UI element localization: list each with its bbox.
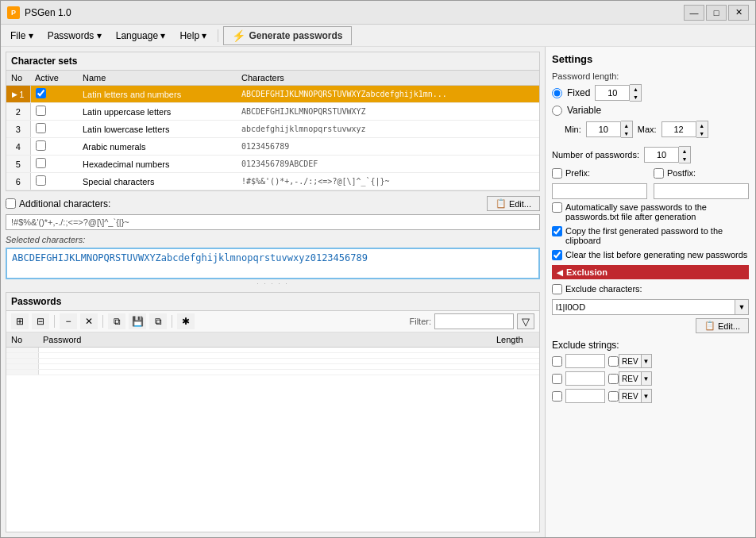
additional-chars-label: Additional characters: — [6, 198, 110, 209]
max-label: Max: — [638, 125, 657, 134]
prefix-checkbox[interactable] — [552, 168, 562, 179]
fixed-value-input[interactable] — [595, 85, 630, 101]
additional-chars-edit-button[interactable]: 📋 Edit... — [487, 196, 540, 211]
exclude-string-3-rev-checkbox[interactable] — [608, 391, 619, 402]
max-spin-down[interactable]: ▼ — [696, 129, 708, 137]
char-row-active[interactable] — [30, 138, 78, 156]
char-table-row[interactable]: ▶1Latin letters and numbersABCDEFGHIJKLM… — [6, 86, 539, 103]
exclude-string-3-rev-dropdown[interactable]: ▼ — [641, 389, 652, 403]
char-active-checkbox[interactable] — [36, 140, 46, 151]
fixed-row: Fixed ▲ ▼ — [552, 84, 749, 102]
exclude-chars-label: Exclude characters: — [565, 284, 642, 294]
fixed-spin-down[interactable]: ▼ — [630, 93, 641, 101]
num-spin-down[interactable]: ▼ — [679, 155, 690, 163]
menu-language[interactable]: Language ▾ — [110, 28, 172, 44]
asterisk-button[interactable]: ✱ — [177, 313, 195, 329]
min-spin-up[interactable]: ▲ — [621, 121, 632, 129]
list-view-button[interactable]: ⊟ — [32, 313, 49, 329]
exclude-string-2-rev-checkbox[interactable] — [608, 374, 619, 384]
char-row-active[interactable] — [30, 103, 78, 121]
char-active-checkbox[interactable] — [36, 106, 46, 116]
char-active-checkbox[interactable] — [36, 123, 46, 133]
char-active-checkbox[interactable] — [36, 88, 46, 98]
char-row-active[interactable] — [30, 173, 78, 190]
menu-help[interactable]: Help ▾ — [173, 28, 213, 44]
char-table-row[interactable]: 6Special characters!#$%&'()*+,-./:;<=>?@… — [6, 173, 539, 190]
postfix-checkbox[interactable] — [654, 168, 664, 179]
generate-label: Generate passwords — [249, 30, 342, 41]
char-table-row[interactable]: 4Arabic numerals0123456789 — [6, 138, 539, 156]
save-button[interactable]: 💾 — [129, 313, 146, 329]
password-length-group: Password length: Fixed ▲ ▼ — [552, 71, 749, 138]
exclude-string-3-input[interactable] — [565, 389, 605, 403]
delete-button[interactable]: ✕ — [80, 313, 98, 329]
main-content: Character sets No Active Name Characters… — [1, 47, 755, 537]
char-row-no: 4 — [6, 138, 30, 156]
exclude-chars-checkbox[interactable] — [552, 284, 562, 294]
exclude-string-2-checkbox[interactable] — [552, 374, 562, 384]
clear-list-row: Clear the list before generating new pas… — [552, 250, 749, 260]
copy-first-checkbox[interactable] — [552, 226, 562, 236]
filter-input[interactable] — [434, 313, 514, 329]
fixed-spinbox-wrapper: ▲ ▼ — [595, 84, 642, 102]
char-row-active[interactable] — [30, 121, 78, 138]
exclude-string-2-rev-dropdown[interactable]: ▼ — [641, 371, 652, 386]
num-passwords-input[interactable] — [644, 147, 679, 163]
exclude-chars-dropdown-wrapper: ▼ — [552, 299, 749, 315]
min-value-input[interactable] — [586, 121, 621, 137]
prefix-input[interactable] — [552, 183, 647, 199]
copy2-button[interactable]: ⧉ — [149, 313, 167, 329]
exclude-string-1-input[interactable] — [565, 354, 605, 368]
generate-passwords-button[interactable]: ⚡ Generate passwords — [223, 26, 351, 45]
fixed-spin-up[interactable]: ▲ — [630, 85, 641, 93]
remove-button[interactable]: − — [60, 313, 77, 329]
title-bar-left: P PSGen 1.0 — [7, 6, 71, 19]
minimize-button[interactable]: — — [684, 5, 704, 21]
char-table-row[interactable]: 2Latin uppercase lettersABCDEFGHIJKLMNOP… — [6, 103, 539, 121]
exclude-chars-dropdown-button[interactable]: ▼ — [735, 299, 749, 315]
filter-button[interactable]: ▽ — [517, 313, 534, 329]
exclude-chars-input[interactable] — [552, 299, 735, 315]
exclude-chars-edit-button[interactable]: 📋 Edit... — [696, 318, 749, 333]
title-bar: P PSGen 1.0 — □ ✕ — [1, 1, 755, 25]
exclude-string-1-rev-dropdown[interactable]: ▼ — [641, 354, 652, 368]
char-row-active[interactable] — [30, 156, 78, 173]
char-table-row[interactable]: 3Latin lowercase lettersabcdefghijklmnop… — [6, 121, 539, 138]
num-spin-up[interactable]: ▲ — [679, 147, 690, 155]
close-button[interactable]: ✕ — [728, 5, 749, 21]
title-buttons: — □ ✕ — [684, 5, 749, 21]
min-spin-buttons: ▲ ▼ — [621, 121, 633, 138]
char-active-checkbox[interactable] — [36, 175, 46, 186]
exclude-string-1-checkbox[interactable] — [552, 356, 562, 367]
min-spin-down[interactable]: ▼ — [621, 129, 632, 137]
copy-button[interactable]: ⧉ — [108, 313, 125, 329]
postfix-input[interactable] — [654, 183, 749, 199]
menu-file[interactable]: File ▾ — [4, 28, 40, 44]
prefix-postfix-row: Prefix: Postfix: — [552, 168, 749, 199]
max-value-input[interactable] — [662, 121, 696, 137]
additional-chars-checkbox[interactable] — [6, 198, 16, 209]
auto-save-checkbox[interactable] — [552, 202, 562, 213]
left-panel: Character sets No Active Name Characters… — [1, 47, 545, 537]
exclude-string-2-input[interactable] — [565, 371, 605, 386]
exclude-string-3-rev-wrapper: REV ▼ — [608, 389, 652, 403]
char-sets-table: No Active Name Characters ▶1Latin letter… — [6, 71, 539, 190]
char-active-checkbox[interactable] — [36, 158, 46, 168]
fixed-radio[interactable] — [552, 88, 562, 98]
auto-save-row: Automatically save passwords to the pass… — [552, 202, 749, 221]
prefix-checkbox-row: Prefix: — [552, 168, 647, 179]
char-table-row[interactable]: 5Hexadecimal numbers0123456789ABCDEF — [6, 156, 539, 173]
exclude-string-3-checkbox[interactable] — [552, 391, 562, 402]
exclude-string-1-rev-checkbox[interactable] — [608, 356, 619, 367]
main-window: P PSGen 1.0 — □ ✕ File ▾ Passwords ▾ Lan… — [0, 0, 756, 538]
clear-list-checkbox[interactable] — [552, 250, 562, 260]
app-icon: P — [7, 6, 20, 19]
exclude-strings-row-1: REV ▼ — [552, 354, 749, 368]
table-row — [6, 348, 539, 353]
menu-passwords[interactable]: Passwords ▾ — [41, 28, 108, 44]
grid-view-button[interactable]: ⊞ — [11, 313, 29, 329]
variable-radio[interactable] — [552, 106, 562, 116]
char-row-active[interactable] — [30, 86, 78, 103]
max-spin-up[interactable]: ▲ — [696, 121, 708, 129]
maximize-button[interactable]: □ — [706, 5, 727, 21]
